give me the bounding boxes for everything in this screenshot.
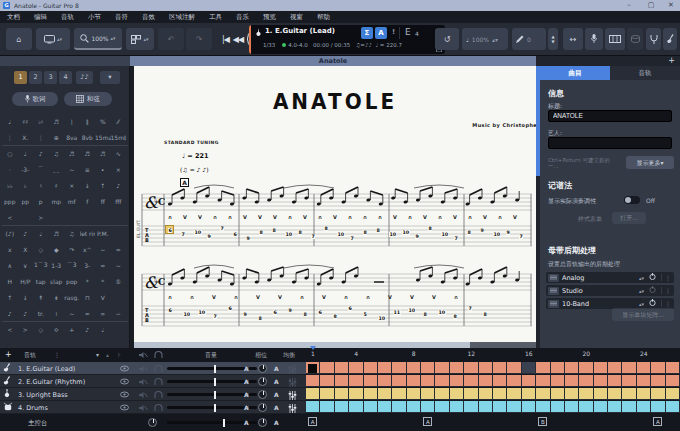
timeline-cell[interactable] [450, 388, 464, 400]
tab-fret-number[interactable]: 7 [454, 236, 458, 241]
palette-symbol[interactable]: ff [95, 198, 111, 205]
palette-symbol[interactable]: fff [111, 198, 127, 205]
palette-symbol[interactable]: x [2, 246, 18, 253]
palette-symbol[interactable]: ♭♮ [33, 118, 49, 125]
pick-stroke[interactable]: ∩ [288, 214, 292, 220]
pick-stroke[interactable]: V [183, 214, 187, 220]
timeline-cell[interactable] [565, 401, 579, 413]
menu-item[interactable]: 工具 [202, 11, 229, 23]
pick-stroke[interactable]: ∩ [234, 294, 238, 300]
effect-power-icon[interactable] [647, 273, 658, 282]
multivoice-button[interactable]: ♪♪ [76, 71, 93, 84]
palette-symbol[interactable]: 3- [80, 262, 96, 269]
menu-item[interactable]: 音符 [108, 11, 135, 23]
palette-symbol[interactable]: 8vb [80, 134, 96, 141]
tab-fret-number[interactable]: 8 [303, 312, 307, 317]
timeline-cell[interactable] [306, 401, 320, 413]
title-input[interactable] [548, 110, 672, 122]
tab-fret-number[interactable]: 9 [480, 228, 484, 233]
menu-item[interactable]: 文档 [0, 11, 27, 23]
tuner-button[interactable] [646, 28, 661, 50]
pick-stroke[interactable]: ∩ [190, 294, 194, 300]
pick-stroke[interactable]: ∩ [318, 214, 322, 220]
timeline-cell[interactable] [306, 388, 320, 400]
palette-symbol[interactable]: ≈ [95, 262, 111, 269]
fretboard-view-button[interactable]: ↔ [563, 28, 583, 50]
timeline-cell[interactable] [435, 388, 449, 400]
document-tab[interactable]: Anatole [130, 56, 536, 66]
tab-fret-number[interactable]: 8 [258, 316, 262, 321]
palette-symbol[interactable]: ◇ [33, 246, 49, 253]
tab-fret-number[interactable]: 10 [198, 310, 206, 315]
palette-symbol[interactable]: ♭ [18, 182, 34, 189]
tab-fret-number[interactable]: 7 [468, 306, 472, 311]
menu-item[interactable]: 预览 [256, 11, 283, 23]
palette-symbol[interactable]: ∨ [18, 262, 34, 269]
tab-fret-number[interactable]: 8 [428, 226, 432, 231]
pick-stroke[interactable]: V [453, 214, 457, 220]
menu-item[interactable]: 小节 [81, 11, 108, 23]
stepper-control[interactable]: ▲▼ [548, 28, 558, 50]
timeline-cell[interactable] [392, 362, 406, 374]
chords-button[interactable]: 和弦 [64, 92, 112, 106]
pick-stroke[interactable]: ∩ [498, 214, 502, 220]
tab-fret-number[interactable]: 10 [402, 230, 410, 235]
timeline-cell[interactable] [306, 362, 320, 374]
timeline-cell[interactable] [364, 388, 378, 400]
go-start-button[interactable]: |◀ [222, 35, 229, 44]
tab-fret-number[interactable]: 10 [441, 232, 449, 237]
tab-fret-number[interactable]: 10 [183, 312, 191, 317]
timeline-cell[interactable] [622, 401, 636, 413]
timeline-cell[interactable] [479, 401, 493, 413]
timeline-cell[interactable] [651, 388, 665, 400]
timeline-cell[interactable] [493, 375, 507, 387]
timeline-cell[interactable] [364, 401, 378, 413]
pan-automation[interactable]: A [274, 391, 279, 398]
pick-stroke[interactable]: ∩ [363, 214, 367, 220]
palette-symbol[interactable]: ⊓ [80, 294, 96, 301]
add-panel-button[interactable]: + [540, 56, 680, 66]
palette-symbol[interactable]: ≈ [80, 310, 96, 317]
palette-symbol[interactable]: (♪) [2, 230, 18, 237]
palette-symbol[interactable]: ↷ [64, 246, 80, 253]
timeline-cell[interactable] [320, 362, 334, 374]
timeline-cell[interactable] [450, 375, 464, 387]
tab-fret-number[interactable]: 8 [423, 312, 427, 317]
timeline-cell[interactable] [435, 362, 449, 374]
tab-fret-number[interactable]: 6 [318, 310, 322, 315]
palette-symbol[interactable]: ≎ [49, 326, 65, 333]
timeline-cell[interactable] [421, 401, 435, 413]
home-button[interactable]: ⌂ [6, 28, 32, 50]
palette-symbol[interactable]: H/P [18, 278, 34, 285]
effect-row[interactable]: Studio▴▾⋮ [546, 285, 674, 296]
pick-stroke[interactable]: V [410, 294, 414, 300]
palette-symbol[interactable]: ♪ [33, 150, 49, 157]
metronome-control[interactable]: ♩100%▴▾ [462, 28, 508, 50]
palette-symbol[interactable]: X. [18, 134, 34, 141]
tab-song[interactable]: 曲目 [540, 66, 610, 80]
timeline-cell[interactable] [392, 388, 406, 400]
timeline-cell[interactable] [666, 362, 680, 374]
tab-fret-number[interactable]: 10 [438, 310, 446, 315]
timeline-cell[interactable] [565, 388, 579, 400]
tab-fret-number[interactable]: 7 [181, 232, 185, 237]
timeline-cell[interactable] [565, 375, 579, 387]
palette-symbol[interactable]: ♬ [49, 118, 65, 125]
palette-symbol[interactable]: ♫ [49, 150, 65, 157]
mute-all-icon[interactable] [139, 351, 148, 359]
pick-stroke[interactable]: V [322, 294, 326, 300]
tab-fret-number[interactable]: 7 [220, 226, 224, 231]
palette-symbol[interactable]: ⋮ [2, 134, 18, 141]
palette-symbol[interactable]: ♬ [95, 150, 111, 157]
track-row[interactable]: 4. DrumsAA [0, 401, 306, 414]
zoom-control[interactable]: 100% ▴▾ [74, 28, 122, 50]
palette-symbol[interactable]: ∽ [111, 310, 127, 317]
master-volume-automation[interactable]: A [244, 419, 249, 426]
maximize-button[interactable]: ▢ [644, 0, 658, 11]
timeline-cell[interactable] [507, 401, 521, 413]
pick-stroke[interactable]: V [513, 214, 517, 220]
timeline-cell[interactable] [608, 388, 622, 400]
timeline-cell[interactable] [464, 388, 478, 400]
palette-symbol[interactable]: < [2, 326, 18, 333]
timeline-cell[interactable] [522, 401, 536, 413]
